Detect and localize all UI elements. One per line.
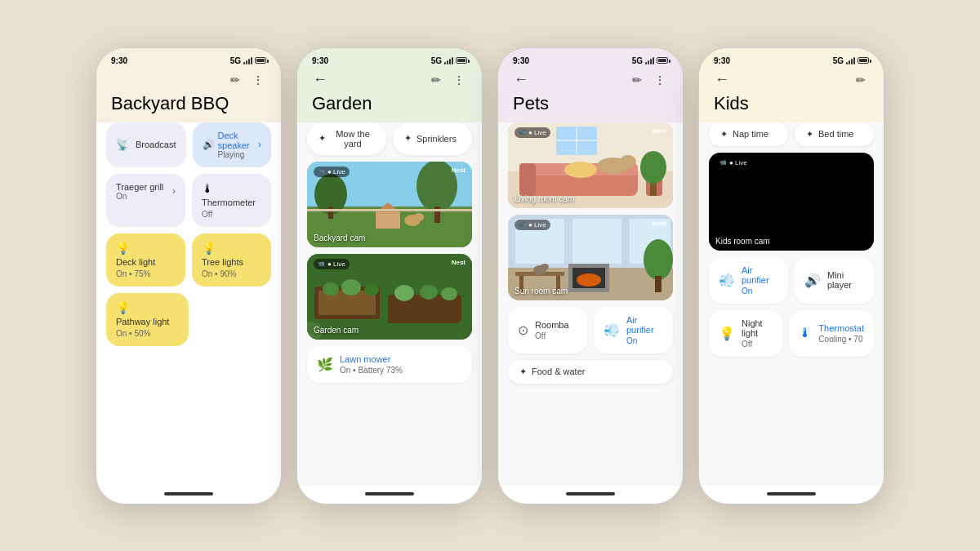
svg-rect-6 [376, 212, 400, 229]
edit-icon-pets[interactable]: ✏ [629, 72, 645, 88]
svg-point-18 [394, 285, 414, 301]
deck-light-sublabel: On • 75% [116, 269, 176, 278]
edit-icon-kids[interactable]: ✏ [853, 72, 869, 88]
nav-pets: ← ✏ ⋮ [498, 70, 683, 93]
action-row-kids: ✦ Nap time ✦ Bed time [709, 122, 874, 146]
backyard-cam-card[interactable]: 📹 ● Live Nest Backyard cam [307, 162, 472, 247]
deck-light-card[interactable]: 💡 Deck light On • 75% [106, 233, 185, 287]
menu-icon-bbq[interactable]: ⋮ [250, 72, 266, 88]
purifier-status-pets: On [626, 336, 663, 345]
mow-yard-btn[interactable]: ✦ Mow the yard [307, 122, 386, 155]
sparkle-icon-mow: ✦ [318, 133, 326, 144]
edit-icon-bbq[interactable]: ✏ [227, 72, 243, 88]
roomba-label: Roomba [535, 320, 569, 330]
status-right-bbq: 5G [230, 56, 266, 65]
svg-point-16 [341, 279, 361, 295]
signal-bbq: 5G [230, 56, 241, 65]
mini-player-info: Mini player [827, 270, 864, 290]
mini-player-label: Mini player [827, 270, 864, 290]
nav-icons-right-bbq: ✏ ⋮ [227, 72, 266, 88]
menu-icon-pets[interactable]: ⋮ [652, 72, 668, 88]
signal-icon-bbq [243, 56, 252, 64]
thermometer-card[interactable]: 🌡 Thermometer Off [192, 174, 271, 227]
title-kids: Kids [699, 93, 884, 122]
nest-badge-sun: Nest [653, 220, 666, 227]
lawn-mower-row: 🌿 Lawn mower On • Battery 73% [307, 346, 472, 383]
row2-bbq: Traeger grill On › 🌡 Thermometer Off [106, 174, 271, 227]
status-right-kids: 5G [833, 56, 869, 65]
food-water-btn[interactable]: ✦ Food & water [508, 360, 673, 384]
nest-badge-living: Nest [653, 127, 666, 135]
row1-bbq: 📡 Broadcast 🔊 Deck speaker Playing › [106, 122, 271, 167]
svg-point-33 [640, 151, 666, 184]
time-kids: 9:30 [714, 56, 730, 65]
tree-lights-card[interactable]: 💡 Tree lights On • 90% [192, 233, 271, 287]
thermostat-info: Thermostat Cooling • 70 [818, 323, 864, 344]
status-bar-pets: 9:30 5G [498, 48, 683, 70]
sparkle-icon-nap: ✦ [720, 129, 728, 140]
food-water-label: Food & water [532, 367, 585, 376]
row4-bbq: 💡 Pathway light On • 50% [106, 293, 271, 346]
sun-cam-card[interactable]: 📹 ● Live Nest Sun room cam [508, 215, 673, 300]
purifier-label-pets: Air purifier [626, 315, 663, 335]
edit-icon-garden[interactable]: ✏ [428, 72, 444, 88]
nav-bbq: ✏ ⋮ [96, 70, 281, 93]
air-purifier-card-kids[interactable]: 💨 Air purifier On [709, 257, 788, 304]
svg-point-19 [420, 285, 438, 300]
roomba-info: Roomba Off [535, 320, 569, 340]
backyard-cam-label: Backyard cam [314, 233, 365, 242]
deck-light-label: Deck light [116, 257, 176, 267]
purifier-label-kids: Air purifier [742, 265, 778, 285]
traeger-card[interactable]: Traeger grill On › [106, 174, 185, 227]
nap-label: Nap time [733, 129, 768, 139]
roomba-card[interactable]: ⊙ Roomba Off [508, 307, 587, 353]
kids-cam-live-badge: 📹 ● Live [715, 158, 751, 168]
svg-point-20 [441, 287, 457, 300]
light-icon2: 💡 [202, 242, 261, 255]
pathway-light-card[interactable]: 💡 Pathway light On • 50% [106, 293, 189, 346]
kids-cam-card[interactable]: 📹 ● Live Kids room cam [709, 153, 874, 251]
svg-point-17 [364, 284, 379, 295]
pathway-label: Pathway light [116, 317, 179, 327]
thermostat-label: Thermostat [818, 323, 864, 333]
menu-icon-garden[interactable]: ⋮ [451, 72, 467, 88]
back-icon-kids[interactable]: ← [714, 72, 730, 88]
back-icon-garden[interactable]: ← [312, 72, 328, 88]
sprinklers-btn[interactable]: ✦ Sprinklers [393, 122, 472, 155]
deck-speaker-card[interactable]: 🔊 Deck speaker Playing › [193, 122, 271, 167]
content-kids: ✦ Nap time ✦ Bed time [699, 122, 884, 486]
garden-cam-label: Garden cam [314, 326, 359, 335]
status-bar-bbq: 9:30 5G [96, 48, 281, 70]
signal-pets: 5G [632, 56, 643, 65]
thermostat-card[interactable]: 🌡 Thermostat Cooling • 70 [789, 310, 874, 357]
time-bbq: 9:30 [111, 56, 127, 65]
bottom-bar-pets [566, 492, 615, 495]
mini-player-card[interactable]: 🔊 Mini player [795, 257, 874, 304]
nap-time-btn[interactable]: ✦ Nap time [709, 122, 788, 146]
broadcast-card[interactable]: 📡 Broadcast [106, 122, 186, 167]
garden-cam-card[interactable]: 📹 ● Live Nest Garden cam [307, 254, 472, 340]
cam-icon-garden: 📹 [318, 260, 325, 267]
food-water-row: ✦ Food & water [508, 360, 673, 384]
signal-kids: 5G [833, 56, 844, 65]
sun-cam-label: Sun room cam [514, 287, 568, 295]
tree-lights-sublabel: On • 90% [202, 269, 261, 278]
living-cam-live-badge: 📹 ● Live [514, 127, 550, 138]
light-icon3: 💡 [116, 301, 179, 314]
traeger-label: Traeger grill [116, 182, 163, 192]
bed-time-btn[interactable]: ✦ Bed time [795, 122, 874, 146]
time-pets: 9:30 [513, 56, 529, 65]
battery-icon-garden [456, 57, 467, 64]
nav-icons-right-pets: ✏ ⋮ [629, 72, 668, 88]
living-cam-card[interactable]: 📹 ● Live Nest Living room cam [508, 122, 673, 208]
night-light-card[interactable]: 💡 Night light Off [709, 310, 782, 357]
air-purifier-card-pets[interactable]: 💨 Air purifier On [594, 307, 673, 353]
svg-point-29 [564, 162, 597, 178]
lawn-mower-card[interactable]: 🌿 Lawn mower On • Battery 73% [307, 346, 472, 383]
living-cam-label: Living room cam [514, 194, 574, 203]
device-row1-kids: 💨 Air purifier On 🔊 Mini player [709, 257, 874, 304]
pathway-sublabel: On • 50% [116, 329, 179, 338]
back-icon-pets[interactable]: ← [513, 72, 529, 88]
title-pets: Pets [498, 93, 683, 122]
purifier-icon-pets: 💨 [604, 322, 620, 338]
